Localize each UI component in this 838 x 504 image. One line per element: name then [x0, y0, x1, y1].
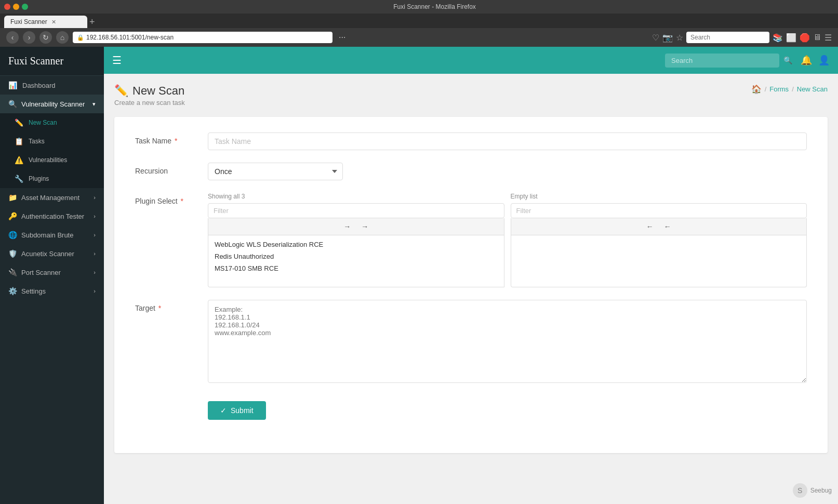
sidebar: Fuxi Scanner 📊 Dashboard 🔍 Vulnerability…	[0, 47, 104, 504]
plugins-icon: 🔧	[15, 175, 23, 183]
sidebar-item-acunetix-scanner[interactable]: 🛡️ Acunetix Scanner ›	[0, 244, 104, 263]
available-plugins-panel: Showing all 3 → → WebLogic WLS Deseriali…	[208, 193, 504, 287]
breadcrumb-separator-1: /	[765, 85, 767, 93]
stop-icon[interactable]: 🛑	[800, 33, 810, 43]
target-textarea[interactable]	[208, 300, 807, 383]
star-icon[interactable]: ☆	[676, 33, 683, 43]
sidebar-item-plugins[interactable]: 🔧 Plugins	[0, 169, 104, 188]
page-title: ✏️ New Scan	[114, 84, 185, 98]
submit-label-spacer	[135, 397, 208, 401]
plugin-item-redis[interactable]: Redis Unauthorized	[211, 250, 501, 262]
sidebar-item-port-scanner[interactable]: 🔌 Port Scanner ›	[0, 263, 104, 282]
page-title-icon: ✏️	[114, 84, 128, 98]
home-button[interactable]: ⌂	[56, 31, 69, 44]
submit-button[interactable]: ✓ Submit	[208, 401, 266, 420]
sidebar-item-settings[interactable]: ⚙️ Settings ›	[0, 282, 104, 300]
selected-list-header: Empty list	[511, 193, 807, 200]
user-profile-icon[interactable]: 👤	[818, 55, 830, 66]
plugin-select-label: Plugin Select *	[135, 193, 208, 205]
available-list-header: Showing all 3	[208, 193, 504, 200]
sidebar-item-asset-management[interactable]: 📁 Asset Management ›	[0, 188, 104, 207]
browser-title: Fuxi Scanner - Mozilla Firefox	[35, 3, 834, 10]
sidebar-tasks-label: Tasks	[29, 138, 45, 145]
sidebar-sub-vulnerability: ✏️ New Scan 📋 Tasks ⚠️ Vulnerabilities 🔧…	[0, 113, 104, 188]
submit-row: ✓ Submit	[135, 397, 807, 420]
sidebar-port-scanner-label: Port Scanner	[21, 269, 61, 276]
nav-bar: ‹ › ↻ ⌂ 🔒 192.168.56.101:5001/new-scan ·…	[0, 28, 838, 47]
plugin-item-ms17[interactable]: MS17-010 SMB RCE	[211, 262, 501, 274]
sidebar-item-authentication-tester[interactable]: 🔑 Authentication Tester ›	[0, 207, 104, 226]
forward-button[interactable]: ›	[23, 31, 35, 44]
breadcrumb: 🏠 / Forms / New Scan	[751, 84, 828, 94]
topbar: ☰ 🔍 🔔 👤	[104, 47, 838, 74]
move-right-button[interactable]: →	[340, 221, 354, 232]
tab-close-button[interactable]: ✕	[51, 19, 56, 25]
move-left-button[interactable]: ←	[643, 221, 657, 232]
page-header: ✏️ New Scan Create a new scan task 🏠 / F…	[114, 84, 828, 107]
sidebar-item-label: Dashboard	[22, 82, 56, 89]
plugin-item-weblogic[interactable]: WebLogic WLS Deserialization RCE	[211, 238, 501, 250]
topbar-search-input[interactable]	[665, 54, 779, 68]
monitor-icon[interactable]: 🖥	[813, 33, 821, 42]
nav-more-button[interactable]: ···	[339, 33, 345, 42]
task-name-control	[208, 132, 807, 150]
sidebar-item-new-scan[interactable]: ✏️ New Scan	[0, 113, 104, 132]
back-button[interactable]: ‹	[6, 31, 19, 44]
browser-chrome: Fuxi Scanner - Mozilla Firefox	[0, 0, 838, 14]
move-all-right-button[interactable]: →	[358, 221, 371, 232]
breadcrumb-home-icon[interactable]: 🏠	[751, 84, 762, 94]
target-row: Target *	[135, 300, 807, 384]
recursion-row: Recursion Once Daily Weekly Monthly	[135, 163, 807, 180]
close-window-button[interactable]	[4, 4, 10, 10]
task-name-input[interactable]	[208, 132, 807, 150]
bookmarks-icon[interactable]: 📚	[773, 33, 783, 43]
chevron-down-icon: ▾	[92, 101, 96, 108]
task-name-row: Task Name *	[135, 132, 807, 150]
move-all-left-button[interactable]: ←	[661, 221, 674, 232]
screenshot-icon[interactable]: 📷	[662, 33, 673, 43]
url-text: 192.168.56.101:5001/new-scan	[86, 34, 174, 41]
sidebar-item-vulnerabilities[interactable]: ⚠️ Vulnerabilities	[0, 151, 104, 169]
plugin-required-marker: *	[179, 197, 183, 205]
auth-tester-icon: 🔑	[8, 212, 17, 220]
chevron-right-icon-auth: ›	[94, 213, 96, 219]
submit-control: ✓ Submit	[208, 397, 807, 420]
sidebar-item-tasks[interactable]: 📋 Tasks	[0, 132, 104, 151]
minimize-window-button[interactable]	[13, 4, 19, 10]
target-required-marker: *	[156, 304, 161, 312]
breadcrumb-forms-link[interactable]: Forms	[769, 85, 789, 93]
search-icon: 🔍	[783, 56, 792, 64]
bookmark-icon[interactable]: ♡	[652, 33, 659, 43]
nav-icons: ♡ 📷 ☆ 📚 ⬜ 🛑 🖥 ☰	[652, 32, 832, 43]
form-card: Task Name * Recursion Once Daily Weekly	[114, 117, 828, 453]
new-tab-button[interactable]: +	[89, 17, 95, 28]
available-filter-input[interactable]	[208, 203, 504, 218]
sidebar-item-dashboard[interactable]: 📊 Dashboard	[0, 76, 104, 95]
main-content: ✏️ New Scan Create a new scan task 🏠 / F…	[104, 74, 838, 504]
notifications-bell-icon[interactable]: 🔔	[801, 55, 812, 66]
browser-tab-active[interactable]: Fuxi Scanner ✕	[4, 16, 87, 28]
maximize-window-button[interactable]	[22, 4, 28, 10]
dashboard-icon: 📊	[8, 81, 17, 89]
tab-label: Fuxi Scanner	[10, 18, 47, 25]
seebug-label: Seebug	[810, 487, 832, 494]
reader-icon[interactable]: ⬜	[786, 33, 796, 43]
breadcrumb-current: New Scan	[797, 85, 828, 93]
sidebar-item-vulnerability-scanner[interactable]: 🔍 Vulnerability Scanner ▾	[0, 95, 104, 113]
selected-filter-input[interactable]	[511, 203, 807, 218]
sidebar-item-subdomain-brute[interactable]: 🌐 Subdomain Brute ›	[0, 226, 104, 244]
available-plugins-list: WebLogic WLS Deserialization RCE Redis U…	[208, 235, 504, 287]
plugin-select-control: Showing all 3 → → WebLogic WLS Deseriali…	[208, 193, 807, 287]
browser-window-controls	[4, 4, 28, 10]
target-control	[208, 300, 807, 384]
task-name-label: Task Name *	[135, 132, 208, 145]
available-list-actions: → →	[208, 218, 504, 235]
menu-icon[interactable]: ☰	[824, 33, 832, 43]
menu-toggle-button[interactable]: ☰	[112, 54, 122, 67]
reload-button[interactable]: ↻	[39, 31, 52, 44]
browser-search-input[interactable]	[686, 32, 769, 43]
url-bar[interactable]: 🔒 192.168.56.101:5001/new-scan	[73, 32, 332, 43]
recursion-select[interactable]: Once Daily Weekly Monthly	[208, 163, 343, 180]
sidebar-auth-tester-label: Authentication Tester	[21, 213, 84, 220]
submit-check-icon: ✓	[220, 406, 227, 415]
